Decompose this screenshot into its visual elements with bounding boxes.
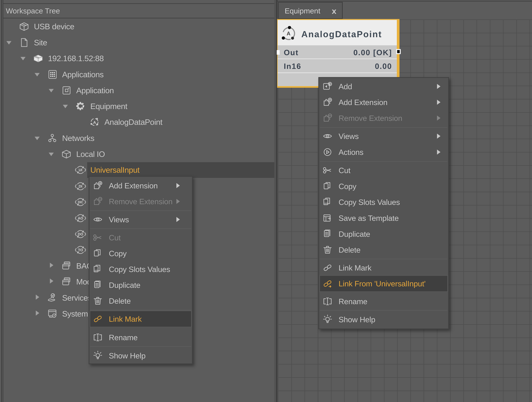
svg-text:AO: AO: [78, 216, 83, 220]
svg-text:123: 123: [324, 202, 327, 204]
svg-text:123: 123: [94, 269, 98, 272]
svg-text:A: A: [287, 31, 291, 37]
svg-text:TO: TO: [78, 248, 83, 252]
svg-text:DIC: DIC: [78, 200, 83, 204]
svg-text:A: A: [93, 120, 96, 124]
svg-text:UI: UI: [79, 168, 82, 172]
svg-text:DO: DO: [78, 232, 83, 236]
svg-text:DI: DI: [79, 184, 82, 188]
